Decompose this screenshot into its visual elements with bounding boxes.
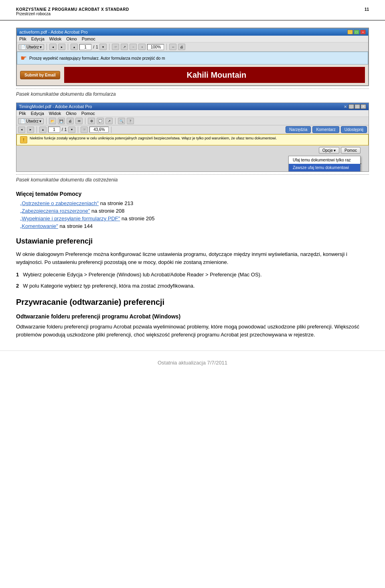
print-icon-2[interactable]: 🖨: [67, 118, 74, 124]
caption-2: Pasek komunikatów dokumentu dla ostrzeże…: [16, 177, 369, 183]
warning-icon: !: [20, 136, 27, 143]
zoom-in-icon[interactable]: +: [138, 44, 146, 50]
menu2-widok[interactable]: Widok: [49, 111, 61, 116]
help-item-4: „Komentowanie" na stronie 144: [16, 223, 369, 229]
menu-plik[interactable]: Plik: [19, 36, 26, 41]
opcje-button[interactable]: Opcje ▾: [319, 147, 339, 154]
header-title: KORZYSTANIE Z PROGRAMU ACROBAT X STANDAR…: [16, 7, 129, 12]
submit-row: Submit by Email Kahili Mountain: [17, 64, 368, 85]
share-icon[interactable]: ↗: [105, 118, 113, 124]
section-preferencji-body: W oknie dialogowym Preferencje można kon…: [16, 250, 369, 266]
comment-icon[interactable]: 💬: [97, 118, 104, 124]
screenshot-1: activeform.pdf - Adobe Acrobat Pro _ □ ×…: [16, 28, 369, 86]
sep-3: [109, 44, 109, 50]
options-panel: Opcje ▾ Pomoc: [319, 147, 361, 154]
step-2-num: 2: [16, 282, 19, 290]
settings-icon[interactable]: ⚙: [88, 118, 95, 124]
back-icon[interactable]: ◂: [49, 44, 57, 50]
sep-4: [166, 44, 167, 50]
help-title: Więcej tematów Pomocy: [16, 191, 369, 197]
titlebar-1-text: activeform.pdf - Adobe Acrobat Pro: [19, 30, 88, 34]
help-link-2[interactable]: „Zabezpieczenia rozszerzone": [20, 208, 90, 214]
help-item-4-rest: na stronie 144: [60, 223, 93, 229]
section-preferencji-heading: Ustawianie preferencji: [16, 237, 369, 246]
options-area: Opcje ▾ Pomoc Ufaj temu dokumentowi tylk…: [16, 145, 369, 171]
prev-page-icon-2[interactable]: ▴: [39, 127, 47, 133]
help-item-3-rest: na stronie 205: [122, 215, 154, 222]
submit-email-button[interactable]: Submit by Email: [20, 71, 60, 79]
titlebar-1: activeform.pdf - Adobe Acrobat Pro _ □ ×: [17, 28, 368, 36]
help-icon[interactable]: ?: [127, 118, 134, 124]
utwórz-label-2: Utwórz: [26, 119, 38, 123]
help-item-2: „Zabezpieczenia rozszerzone" na stronie …: [16, 208, 369, 214]
help-item-3: „Wypełnianie i przesyłanie formularzy PD…: [16, 215, 369, 222]
close-x[interactable]: ✕: [344, 105, 347, 109]
sep-5: [46, 118, 47, 124]
sep-10: [111, 127, 111, 133]
menu-pomoc[interactable]: Pomoc: [82, 36, 95, 41]
open-icon[interactable]: 📂: [49, 118, 56, 124]
kahili-text: Kahili Mountain: [186, 70, 246, 80]
page-total-2: 1: [65, 127, 67, 132]
sep-8: [36, 127, 37, 133]
udostepnij-button[interactable]: Udostępnij: [341, 126, 367, 133]
trust-always-item[interactable]: Zawsze ufaj temu dokumentowi: [289, 164, 360, 171]
menu2-plik[interactable]: Plik: [19, 111, 26, 116]
menu2-okno[interactable]: Okno: [66, 111, 76, 116]
close-button[interactable]: ×: [360, 30, 366, 34]
document-area-1: Kahili Mountain: [64, 67, 365, 83]
help-item-2-rest: na stronie 208: [91, 208, 124, 214]
help-link-4[interactable]: „Komentowanie": [20, 223, 58, 229]
pomoc-button[interactable]: Pomoc: [341, 147, 361, 154]
hand-icon[interactable]: ☞: [112, 44, 119, 50]
prev-icon-2[interactable]: ◂: [18, 127, 25, 133]
page-footer: Ostatnia aktualizacja 7/7/2011: [0, 350, 385, 374]
subsection-heading: Odtwarzanie folderu preferencji programu…: [16, 313, 369, 320]
menu-edycja[interactable]: Edycja: [31, 36, 45, 41]
zoom-input-2[interactable]: [89, 127, 109, 133]
opcje-arrow: ▾: [334, 148, 336, 153]
utwórz-button-2[interactable]: 📄 Utwórz ▾: [18, 118, 44, 124]
utwórz-button[interactable]: 📄 Utwórz ▾: [18, 44, 44, 50]
prev-page-icon[interactable]: ▴: [71, 44, 78, 50]
search-icon[interactable]: 🔍: [118, 118, 125, 124]
hand-icon-2[interactable]: ☞: [81, 127, 88, 133]
print-icon[interactable]: 🖨: [178, 44, 185, 50]
title-controls: ✕ _ □ ✕: [344, 104, 366, 109]
page-input-1[interactable]: [79, 44, 91, 50]
maximize-button[interactable]: □: [354, 30, 359, 34]
komentarz-button[interactable]: Komentarz: [312, 126, 339, 133]
help-link-1[interactable]: „Ostrzeżenie o zabezpieczeniach": [20, 200, 99, 206]
section-przywracanie-body: Odtwarzanie folderu preferencji programu…: [16, 323, 369, 338]
forward-icon[interactable]: ▸: [58, 44, 65, 50]
page-total: 1: [96, 45, 98, 49]
next-page-icon-2[interactable]: ▾: [68, 127, 75, 133]
fit-width-icon[interactable]: ↔: [169, 44, 176, 50]
next-page-icon[interactable]: ▾: [99, 44, 107, 50]
minimize-button[interactable]: _: [347, 30, 353, 34]
caption-1: Pasek komunikatów dokumentu dla formular…: [16, 91, 369, 97]
window-controls-2: _ □ ✕: [349, 104, 366, 109]
save-icon[interactable]: 💾: [58, 118, 65, 124]
close-btn-2[interactable]: ✕: [361, 104, 366, 109]
sep-6: [85, 118, 85, 124]
email-icon[interactable]: ✉: [75, 118, 83, 124]
maximize-btn-2[interactable]: □: [355, 104, 360, 109]
next-icon-2[interactable]: ▸: [27, 127, 34, 133]
step-2: 2 W polu Kategorie wybierz typ preferenc…: [16, 282, 369, 290]
trust-once-item[interactable]: Ufaj temu dokumentowi tylko raz: [289, 156, 360, 164]
select-icon[interactable]: ↗: [121, 44, 128, 50]
menu2-pomoc[interactable]: Pomoc: [81, 111, 95, 116]
zoom-out-icon[interactable]: −: [130, 44, 137, 50]
minimize-btn-2[interactable]: _: [349, 104, 354, 109]
page-input-2[interactable]: [48, 127, 60, 133]
zoom-input-1[interactable]: [147, 44, 164, 50]
menu-widok[interactable]: Widok: [49, 36, 62, 41]
titlebar-2: TimingModel.pdf - Adobe Acrobat Pro ✕ _ …: [16, 103, 369, 110]
menu2-edycja[interactable]: Edycja: [31, 111, 44, 116]
help-link-3[interactable]: „Wypełnianie i przesyłanie formularzy PD…: [20, 215, 120, 222]
toolbar-2b: ◂ ▸ ▴ / 1 ▾ ☞ Narzędzia Komentarz Udostę…: [16, 125, 369, 134]
cursor-hand-icon: ☛: [20, 54, 27, 62]
narzedzia-button[interactable]: Narzędzia: [286, 126, 311, 133]
menu-okno[interactable]: Okno: [66, 36, 77, 41]
